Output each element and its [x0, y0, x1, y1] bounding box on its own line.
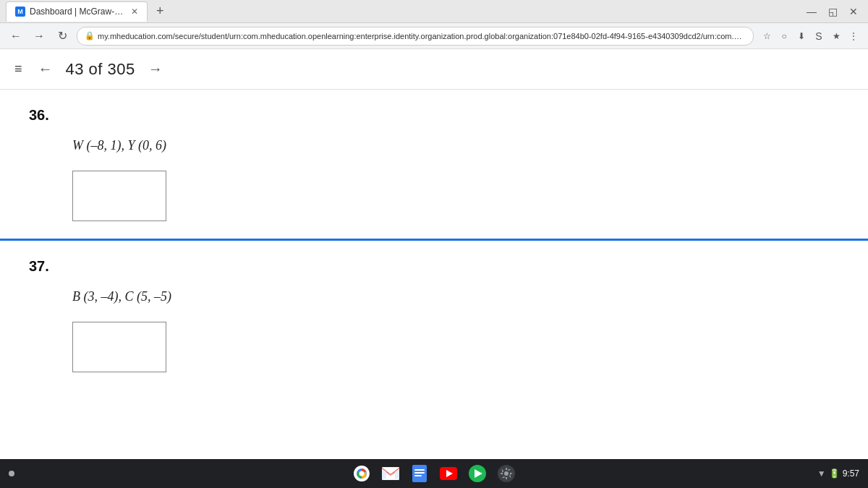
svg-point-2 — [359, 471, 365, 476]
question-37-block: 37. B (3, –4), C (5, –5) — [0, 241, 868, 390]
gmail-taskbar-icon[interactable] — [381, 464, 400, 483]
minimize-button[interactable]: — — [802, 6, 821, 17]
pagination-text: 43 of 305 — [66, 60, 135, 79]
tab-favicon: M — [15, 7, 25, 17]
docs-taskbar-icon[interactable] — [410, 464, 429, 483]
youtube-taskbar-icon[interactable] — [439, 464, 458, 483]
back-button[interactable]: ← — [7, 27, 25, 45]
question-36-answer-box[interactable] — [72, 171, 166, 221]
reload-button[interactable]: ↻ — [54, 27, 71, 45]
question-37-number: 37. — [29, 258, 839, 275]
svg-point-13 — [504, 471, 509, 476]
star-button[interactable]: ☆ — [760, 29, 774, 43]
question-36-number: 36. — [29, 107, 839, 124]
svg-rect-7 — [414, 475, 422, 476]
forward-button[interactable]: → — [30, 27, 48, 45]
tab-title: Dashboard | McGraw-Hill — [30, 7, 124, 17]
bookmark-button[interactable]: ★ — [829, 29, 843, 43]
battery-icon: 🔋 — [829, 468, 840, 479]
hamburger-menu-icon[interactable]: ≡ — [12, 59, 25, 80]
taskbar-indicator — [9, 471, 14, 476]
question-37-text: B (3, –4), C (5, –5) — [72, 289, 839, 304]
browser-tab[interactable]: M Dashboard | McGraw-Hill ✕ — [6, 1, 148, 22]
clock-display: 9:57 — [843, 468, 859, 479]
question-37-answer-box[interactable] — [72, 322, 166, 372]
previous-question-button[interactable]: ← — [34, 58, 57, 80]
chrome-taskbar-icon[interactable] — [352, 464, 371, 483]
profile-button[interactable]: S — [812, 29, 826, 43]
address-actions: ☆ ○ ⬇ S ★ ⋮ — [760, 29, 861, 43]
menu-button[interactable]: ⋮ — [846, 29, 861, 43]
app-header: ≡ ← 43 of 305 → — [0, 49, 868, 90]
circle-button[interactable]: ○ — [777, 29, 791, 43]
question-36-text: W (–8, 1), Y (0, 6) — [72, 138, 839, 153]
restore-button[interactable]: ◱ — [824, 6, 842, 17]
browser-title-bar: M Dashboard | McGraw-Hill ✕ + — ◱ ✕ — [0, 0, 868, 23]
window-controls: — ◱ ✕ — [802, 6, 862, 17]
play-taskbar-icon[interactable] — [468, 464, 487, 483]
question-36-block: 36. W (–8, 1), Y (0, 6) — [0, 90, 868, 239]
lock-icon: 🔒 — [85, 31, 95, 40]
download-button[interactable]: ⬇ — [794, 29, 809, 43]
taskbar-icons — [352, 464, 516, 483]
close-button[interactable]: ✕ — [845, 6, 862, 17]
svg-rect-6 — [414, 472, 425, 474]
next-question-button[interactable]: → — [144, 58, 167, 80]
taskbar-clock: ▼ 🔋 9:57 — [817, 468, 859, 479]
svg-rect-5 — [414, 469, 425, 471]
tab-close-button[interactable]: ✕ — [131, 7, 138, 17]
settings-taskbar-icon[interactable] — [497, 464, 516, 483]
main-content: 36. W (–8, 1), Y (0, 6) 37. B (3, –4), C… — [0, 90, 868, 459]
new-tab-button[interactable]: + — [153, 4, 167, 19]
address-bar[interactable]: 🔒 my.mheducation.com/secure/student/urn:… — [77, 27, 754, 46]
url-text: my.mheducation.com/secure/student/urn:co… — [98, 32, 746, 40]
browser-address-bar: ← → ↻ 🔒 my.mheducation.com/secure/studen… — [0, 23, 868, 49]
wifi-icon: ▼ — [817, 468, 826, 479]
taskbar: ▼ 🔋 9:57 — [0, 459, 868, 488]
